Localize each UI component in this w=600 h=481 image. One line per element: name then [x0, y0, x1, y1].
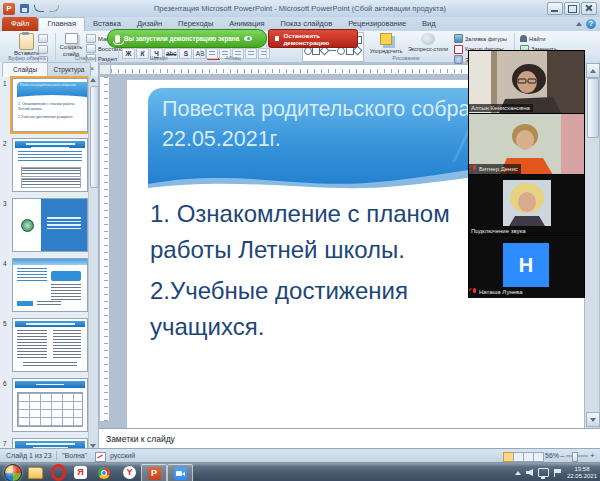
window-title: Презентация Microsoft PowerPoint - Micro… — [0, 4, 600, 13]
tray-expand-icon[interactable] — [515, 471, 521, 475]
network-icon[interactable] — [538, 468, 549, 477]
participant-tile-4[interactable]: Н Наташа Лунева — [469, 235, 584, 298]
y-browser-icon[interactable]: Y — [122, 465, 137, 480]
participant-letter-avatar: Н — [503, 243, 549, 287]
slide-thumbnail-2[interactable] — [12, 138, 88, 192]
participant-name-label: Наташа Лунева — [469, 287, 526, 297]
find-icon — [520, 35, 527, 42]
shape-fill-button[interactable]: Заливка фигуры — [454, 34, 507, 43]
participant-photo-avatar — [503, 180, 551, 226]
action-center-icon[interactable] — [554, 469, 562, 477]
status-bar: Слайд 1 из 23 "Волна" русский 56% – + — [0, 448, 600, 463]
slides-panel: Слайды Структура × 1 Повестка родительск… — [0, 62, 99, 450]
shape-fill-icon — [454, 34, 463, 43]
slide-thumbnail-6[interactable] — [12, 378, 88, 432]
arrange-icon — [380, 33, 392, 45]
start-button[interactable] — [4, 464, 22, 481]
slide-thumbnail-3[interactable] — [12, 198, 88, 252]
chrome-icon[interactable] — [96, 465, 111, 480]
school-emblem — [21, 219, 34, 232]
slide-number: 5 — [3, 320, 11, 327]
notes-pane[interactable]: Заметки к слайду — [99, 428, 600, 449]
vertical-ruler[interactable] — [99, 76, 110, 422]
tab-file[interactable]: Файл — [2, 17, 38, 31]
system-tray: 13:58 22.05.2021 — [515, 463, 600, 481]
stop-share-button[interactable]: Остановить демонстрацию — [268, 29, 358, 48]
shape-outline-icon — [454, 45, 463, 54]
slide-thumbnail-4[interactable] — [12, 258, 88, 312]
window-controls — [547, 2, 597, 15]
scroll-down-button[interactable] — [586, 412, 600, 427]
participant-tile-3[interactable]: Подключение звука — [469, 174, 584, 236]
yandex-browser-icon[interactable]: Я — [73, 465, 88, 480]
arrange-button[interactable]: Упорядочить — [368, 33, 404, 55]
quick-styles-button[interactable]: Экспресс-стили — [406, 33, 450, 53]
scroll-thumb[interactable] — [90, 86, 99, 188]
volume-icon[interactable] — [526, 469, 533, 476]
tab-view[interactable]: Вид — [414, 17, 444, 31]
zoom-in-button[interactable]: + — [590, 451, 595, 460]
notes-placeholder: Заметки к слайду — [106, 434, 175, 444]
restore-button[interactable] — [564, 2, 580, 15]
new-slide-button[interactable]: Создать слайд — [58, 33, 84, 57]
help-button[interactable]: ? — [586, 19, 596, 29]
slide-counter: Слайд 1 из 23 — [6, 452, 52, 459]
minimize-button[interactable] — [547, 2, 563, 15]
spellcheck-icon[interactable] — [95, 452, 106, 462]
zoom-slider[interactable] — [566, 455, 588, 457]
slides-panel-scrollbar[interactable] — [88, 76, 98, 450]
slide-number: 6 — [3, 380, 11, 387]
zoom-level: 56% — [545, 452, 559, 459]
copy-icon[interactable] — [38, 45, 48, 54]
slide-number: 1 — [3, 80, 11, 87]
slide-number: 2 — [3, 140, 11, 147]
zoom-slider-thumb[interactable] — [572, 452, 578, 462]
cut-icon[interactable] — [38, 34, 48, 43]
participant-name-label: Подключение звука — [469, 227, 529, 235]
slide-number: 3 — [3, 200, 11, 207]
new-slide-icon — [65, 33, 78, 44]
screen-share-banner: Вы запустили демонстрацию экрана — [107, 29, 267, 48]
participant-name-label: Алтын Кенисхановна — [469, 104, 533, 112]
find-button[interactable]: Найти — [520, 34, 558, 43]
participant-tile-2[interactable]: Битнер Денис — [469, 113, 584, 175]
zoom-taskbar-button[interactable] — [167, 464, 193, 481]
clipboard-group-label: Буфер обмена — [0, 55, 54, 61]
close-button[interactable] — [581, 2, 597, 15]
participant-name-label: Битнер Денис — [469, 164, 521, 174]
close-pane-icon[interactable]: × — [88, 65, 96, 73]
powerpoint-taskbar-button[interactable]: P — [141, 464, 167, 481]
slide-thumbnail-1[interactable]: Повестка родительского собрания 1. Ознак… — [12, 78, 88, 132]
zoom-out-button[interactable]: – — [560, 451, 564, 460]
taskbar: Я Y P 13:58 22.05.2021 — [0, 462, 600, 481]
slide-number: 4 — [3, 260, 11, 267]
tab-home[interactable]: Главная — [38, 17, 85, 31]
zoom-camera-icon — [174, 467, 187, 480]
scroll-up-icon[interactable] — [90, 78, 96, 82]
paste-button[interactable]: Вставить — [14, 33, 39, 57]
microphone-icon — [115, 35, 120, 43]
editor-scroll-thumb[interactable] — [587, 78, 599, 138]
tab-slides-pane[interactable]: Слайды — [2, 62, 48, 77]
video-call-overlay[interactable]: Алтын Кенисхановна Битнер Денис — [468, 50, 585, 298]
layout-icon — [86, 34, 96, 43]
file-explorer-icon[interactable] — [28, 465, 43, 480]
stop-icon — [275, 36, 279, 41]
share-banner-text: Вы запустили демонстрацию экрана — [124, 35, 239, 42]
tab-outline-pane[interactable]: Структура — [47, 62, 91, 77]
taskbar-clock[interactable]: 13:58 22.05.2021 — [567, 466, 597, 480]
language-indicator[interactable]: русский — [110, 452, 135, 459]
slide-body-text[interactable]: 1. Ознакомление с планом работы Летней ш… — [150, 196, 486, 350]
editor-scrollbar[interactable] — [584, 62, 599, 428]
opera-icon[interactable] — [51, 465, 66, 480]
muted-mic-icon — [471, 165, 477, 173]
theme-name: "Волна" — [62, 452, 87, 459]
slideshow-view-button[interactable] — [533, 452, 544, 462]
minimize-ribbon-icon[interactable] — [576, 22, 582, 26]
eye-icon — [244, 36, 252, 41]
slide-thumbnail-5[interactable] — [12, 318, 88, 372]
participant-tile-1[interactable]: Алтын Кенисхановна — [469, 51, 584, 113]
slides-group-label: Слайды — [56, 55, 114, 61]
scroll-up-button[interactable] — [586, 63, 600, 78]
titlebar: P Презентация Microsoft PowerPoint - Mic… — [0, 0, 600, 18]
